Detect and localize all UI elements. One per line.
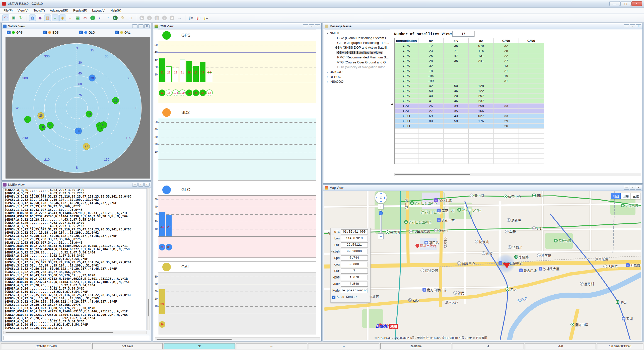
panel-minimize-button[interactable]: — [132,183,137,187]
replay-icon[interactable]: ↺ [169,15,175,21]
column-header-c-n0[interactable]: C/N0 [494,38,519,43]
pan-up-icon[interactable] [380,193,382,194]
table-row[interactable]: GPS4250128 [395,83,641,89]
tree-item-gga[interactable]: GGA (Global Positioning System F... [325,35,390,40]
d-data-icon[interactable]: D [112,15,119,21]
panel-close-button[interactable]: ✕ [636,24,641,28]
map-canvas[interactable]: Ж莲花西↻黄木岗Ж体育中心Ж园岭↻通新岭↻华新↻红岭↻科学馆Ж华强路↻华强北↻岗… [324,191,641,340]
pan-right-icon[interactable] [384,197,386,199]
tree-item-nmea[interactable]: ∨NMEA [325,31,390,35]
table-row[interactable]: GPS19419 [395,73,641,78]
panel-close-button[interactable]: ✕ [144,24,150,28]
zoom-out-button[interactable]: − [378,233,384,239]
open-file-icon[interactable]: □ [127,15,134,21]
panel-close-button[interactable]: ✕ [144,183,150,187]
cn0-horizontal-scrollbar[interactable] [155,337,320,340]
column-header-sv[interactable]: sv [418,38,444,43]
clean-icon[interactable]: ✎ [119,15,126,21]
map-type-button-[interactable]: 地图 [611,193,621,199]
nmea-view-titlebar[interactable]: NMEA View —▫✕ [2,182,151,188]
message-parse-titlebar[interactable]: Message Parse —▫✕ [323,23,642,29]
pan-center-icon[interactable] [380,197,382,199]
table-row[interactable]: GLO694302733 [395,114,641,119]
window-close-button[interactable]: ✕ [631,1,642,6]
glo-checkbox[interactable]: ✓ [79,31,83,34]
table-row[interactable]: GAL263925833 [395,104,641,109]
table-row[interactable]: GPS19931 [395,78,641,83]
tree-item-gll[interactable]: GLL (Geographic Positioning - Lat... [325,40,390,45]
gps-checkbox[interactable]: ✓ [7,31,11,34]
pan-left-icon[interactable] [376,197,377,199]
nmea-vertical-scrollbar[interactable] [147,188,150,330]
table-row[interactable]: GPS254713122 [395,53,641,58]
tree-item-unicore[interactable]: ›UNICORE [325,69,390,74]
panel-close-button[interactable]: ✕ [315,24,320,28]
tree-item-rmc[interactable]: RMC (Recommended Minimum S... [325,55,390,60]
panel-restore-button[interactable]: ▫ [630,24,635,28]
info-value-spd[interactable]: 0.744 [341,255,368,260]
nmea-view-icon[interactable]: ≡ [52,15,58,21]
menu-item-advanced-r[interactable]: Advanced(R) [47,8,71,13]
column-header-constellation[interactable]: constellation [395,38,418,43]
table-row[interactable]: GPS1821 [395,68,641,73]
skyplot[interactable]: N153060E120150S210240W300330304560751223… [6,37,150,179]
scrollbar-thumb[interactable] [395,174,470,175]
zoom-in-button[interactable]: + [378,204,384,209]
satellite-view-icon[interactable]: ◍ [29,15,36,21]
panel-minimize-button[interactable]: — [132,24,137,28]
column-header-elv[interactable]: elv [444,38,469,43]
scrollbar-thumb[interactable] [157,339,232,340]
disconnect-icon[interactable]: ✂ [82,15,89,21]
panel-restore-button[interactable]: ▫ [138,24,144,28]
menu-item-help-h[interactable]: Help(H) [108,8,124,13]
menu-item-layout-l[interactable]: Layout(L) [90,8,108,13]
rewind-icon[interactable]: « [146,15,153,21]
table-row[interactable]: GPS4146237 [395,99,641,104]
tree-item-dhv[interactable]: DHV (Velocity of Navigation Infor... [325,65,390,69]
panel-minimize-button[interactable]: — [624,24,629,28]
cn0-view-titlebar[interactable]: CN0 View —▫✕ [153,23,321,29]
fast-forward-icon[interactable]: » [161,15,168,21]
track-icon[interactable]: ∴ [67,15,74,21]
table-horizontal-scrollbar[interactable] [394,173,641,176]
tree-item-gsv[interactable]: GSV (GNSS Satellites in View) [325,50,390,55]
download-icon[interactable]: ↓ [89,15,96,21]
google-earth-icon[interactable]: ◐ [97,15,104,21]
tree-item-ins-odo[interactable]: ›INS/ODO [325,79,390,84]
column-header-c-n0[interactable]: C/N0 [519,38,544,43]
message-bag-icon[interactable]: ◆ [37,15,43,21]
cn0-view-icon[interactable]: ▥ [44,15,51,21]
info-value-lon[interactable]: 114.07819 [341,236,368,241]
menu-item-replay-p[interactable]: Replay(P) [71,8,90,13]
clock-icon[interactable]: ◔ [104,15,111,21]
menu-item-view-v[interactable]: View(V) [15,8,31,13]
window-maximize-button[interactable]: ▢ [620,1,631,6]
scrollbar-thumb[interactable] [148,299,149,316]
tree-item-debug[interactable]: ›DEBUG [325,74,390,79]
connect-icon[interactable]: ◠ [3,15,9,21]
auto-center-checkbox[interactable]: ✓ [332,296,335,299]
thermo-w-icon[interactable]: W [203,15,209,21]
map-pan-control[interactable] [375,192,387,204]
window-minimize-button[interactable]: — [609,1,620,6]
map-type-button-[interactable]: 卫星 [621,193,631,199]
panel-minimize-button[interactable]: — [624,186,629,190]
panel-restore-button[interactable]: ▫ [630,186,635,190]
bds-checkbox[interactable]: ✓ [43,31,47,34]
table-row[interactable]: GPS283524127 [395,58,641,63]
menu-item-tools-t[interactable]: Tools(T) [31,8,47,13]
info-value-vdop[interactable]: 3.540 [341,282,368,287]
panel-close-button[interactable]: ✕ [636,186,641,190]
play-icon[interactable]: ▶ [138,15,145,21]
table-row[interactable]: GPS5046122 [395,89,641,94]
panel-restore-button[interactable]: ▫ [138,183,144,187]
info-value-lat[interactable]: 22.54121 [341,242,368,247]
refresh-icon[interactable]: ↻ [18,15,24,21]
menu-item-file-f[interactable]: File(F) [1,8,15,13]
panel-minimize-button[interactable]: — [303,24,308,28]
window-titlebar[interactable]: uSTAR R3.0.0 - COM10 —▢✕ [0,0,644,8]
satellite-view-titlebar[interactable]: Satllite View —▫✕ [2,23,151,29]
pan-down-icon[interactable] [380,201,382,202]
table-row[interactable]: GPS123507932 [395,43,641,48]
splitter-collapse-icon[interactable]: ◀ [391,103,393,106]
